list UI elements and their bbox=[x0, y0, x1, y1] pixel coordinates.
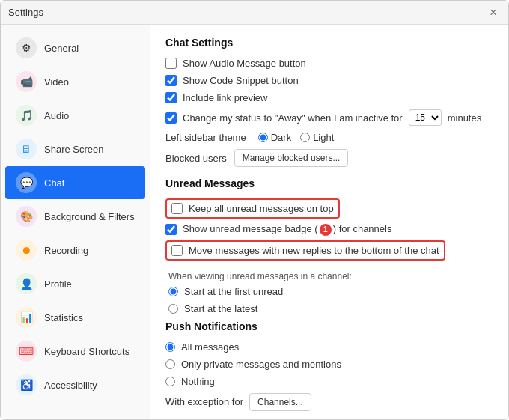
exception-row: With exception for Channels... bbox=[165, 393, 493, 411]
viewing-hint: When viewing unread messages in a channe… bbox=[168, 271, 493, 281]
start-first-radio[interactable] bbox=[168, 287, 178, 296]
keep-all-checkbox[interactable] bbox=[171, 203, 183, 214]
theme-light-label[interactable]: Light bbox=[300, 132, 334, 143]
settings-window: Settings × ⚙General📹Video🎵Audio🖥Share Sc… bbox=[0, 0, 509, 420]
background-icon: 🎨 bbox=[16, 206, 37, 227]
push-notifications-title: Push Notifications bbox=[165, 320, 493, 332]
nothing-row: Nothing bbox=[165, 376, 493, 387]
sidebar-label-chat: Chat bbox=[44, 177, 64, 189]
theme-dark-radio[interactable] bbox=[258, 133, 268, 142]
badge-icon: 1 bbox=[320, 224, 332, 236]
sidebar-label-profile: Profile bbox=[44, 279, 72, 290]
change-status-row: Change my status to "Away" when I am ina… bbox=[165, 109, 493, 126]
unread-messages-title: Unread Messages bbox=[165, 177, 493, 189]
sidebar: ⚙General📹Video🎵Audio🖥Share Screen💬Chat🎨B… bbox=[1, 25, 150, 419]
content-area: ⚙General📹Video🎵Audio🖥Share Screen💬Chat🎨B… bbox=[1, 25, 508, 419]
statistics-icon: 📊 bbox=[16, 307, 37, 328]
sidebar-item-general[interactable]: ⚙General bbox=[5, 31, 145, 64]
all-messages-radio[interactable] bbox=[165, 342, 175, 352]
chat-settings-title: Chat Settings bbox=[165, 37, 493, 49]
manage-blocked-button[interactable]: Manage blocked users... bbox=[234, 149, 349, 167]
private-only-row: Only private messages and mentions bbox=[165, 359, 493, 370]
sidebar-item-video[interactable]: 📹Video bbox=[5, 65, 145, 98]
sidebar-item-statistics[interactable]: 📊Statistics bbox=[5, 301, 145, 334]
move-messages-row: Move messages with new replies to the bo… bbox=[165, 240, 445, 261]
theme-light-radio[interactable] bbox=[300, 133, 310, 142]
sidebar-label-video: Video bbox=[44, 76, 69, 88]
theme-row: Left sidebar theme Dark Light bbox=[165, 132, 493, 143]
move-messages-label: Move messages with new replies to the bo… bbox=[189, 245, 439, 256]
channels-button[interactable]: Channels... bbox=[249, 393, 311, 411]
start-latest-label: Start at the latest bbox=[184, 303, 257, 314]
sidebar-label-general: General bbox=[44, 43, 79, 54]
change-status-label: Change my status to "Away" when I am ina… bbox=[183, 112, 403, 124]
sidebar-item-profile[interactable]: 👤Profile bbox=[5, 267, 145, 300]
sidebar-item-share-screen[interactable]: 🖥Share Screen bbox=[5, 133, 145, 165]
all-messages-label: All messages bbox=[181, 341, 239, 353]
sidebar-item-accessibility[interactable]: ♿Accessibility bbox=[5, 368, 145, 401]
recording-icon: ⏺ bbox=[16, 240, 37, 261]
show-audio-checkbox[interactable] bbox=[165, 58, 177, 69]
chat-settings-section: Chat Settings Show Audio Message button … bbox=[165, 37, 493, 167]
nothing-radio[interactable] bbox=[165, 377, 175, 386]
keyboard-icon: ⌨ bbox=[16, 341, 37, 362]
nothing-label: Nothing bbox=[181, 376, 215, 387]
show-code-label: Show Code Snippet button bbox=[183, 75, 299, 86]
theme-label: Left sidebar theme bbox=[165, 132, 246, 143]
window-title: Settings bbox=[8, 7, 43, 18]
include-link-row: Include link preview bbox=[165, 92, 493, 103]
blocked-row: Blocked users Manage blocked users... bbox=[165, 149, 493, 167]
start-first-row: Start at the first unread bbox=[168, 286, 493, 297]
sidebar-label-share-screen: Share Screen bbox=[44, 144, 104, 155]
all-messages-row: All messages bbox=[165, 341, 493, 353]
exception-label: With exception for bbox=[165, 396, 243, 407]
minutes-label: minutes bbox=[448, 112, 482, 124]
start-options: Start at the first unread Start at the l… bbox=[168, 286, 493, 314]
change-status-checkbox[interactable] bbox=[165, 112, 177, 124]
chat-icon: 💬 bbox=[16, 172, 37, 193]
blocked-label: Blocked users bbox=[165, 153, 227, 164]
show-badge-label: Show unread message badge (1) for channe… bbox=[183, 223, 391, 236]
show-code-checkbox[interactable] bbox=[165, 75, 177, 86]
sidebar-item-chat[interactable]: 💬Chat bbox=[5, 166, 145, 199]
sidebar-item-audio[interactable]: 🎵Audio bbox=[5, 99, 145, 132]
include-link-checkbox[interactable] bbox=[165, 92, 177, 103]
titlebar: Settings × bbox=[1, 1, 508, 25]
sidebar-label-background: Background & Filters bbox=[44, 211, 135, 222]
private-only-label: Only private messages and mentions bbox=[181, 359, 341, 370]
sidebar-item-recording[interactable]: ⏺Recording bbox=[5, 234, 145, 267]
start-latest-row: Start at the latest bbox=[168, 303, 493, 314]
share-screen-icon: 🖥 bbox=[16, 139, 37, 159]
audio-icon: 🎵 bbox=[16, 105, 37, 126]
show-code-row: Show Code Snippet button bbox=[165, 75, 493, 86]
inactive-minutes-select[interactable]: 15 5 10 20 30 bbox=[409, 109, 442, 126]
private-only-radio[interactable] bbox=[165, 359, 175, 369]
show-badge-row: Show unread message badge (1) for channe… bbox=[165, 223, 493, 236]
unread-messages-section: Unread Messages Keep all unread messages… bbox=[165, 177, 493, 314]
accessibility-icon: ♿ bbox=[16, 374, 37, 395]
theme-dark-label[interactable]: Dark bbox=[258, 132, 291, 143]
profile-icon: 👤 bbox=[16, 273, 37, 294]
push-notifications-section: Push Notifications All messages Only pri… bbox=[165, 320, 493, 411]
video-icon: 📹 bbox=[16, 71, 37, 92]
general-icon: ⚙ bbox=[16, 37, 37, 58]
keep-all-label: Keep all unread messages on top bbox=[189, 203, 334, 214]
theme-light-text: Light bbox=[313, 132, 334, 143]
sidebar-label-recording: Recording bbox=[44, 245, 88, 256]
main-content: Chat Settings Show Audio Message button … bbox=[150, 25, 508, 419]
show-audio-label: Show Audio Message button bbox=[183, 58, 306, 69]
sidebar-label-accessibility: Accessibility bbox=[44, 380, 97, 391]
start-latest-radio[interactable] bbox=[168, 304, 178, 314]
start-first-label: Start at the first unread bbox=[184, 286, 283, 297]
show-audio-row: Show Audio Message button bbox=[165, 58, 493, 69]
include-link-label: Include link preview bbox=[183, 92, 267, 103]
show-badge-checkbox[interactable] bbox=[165, 224, 177, 235]
sidebar-item-background[interactable]: 🎨Background & Filters bbox=[5, 200, 145, 233]
close-button[interactable]: × bbox=[486, 5, 501, 20]
sidebar-label-audio: Audio bbox=[44, 110, 69, 121]
keep-all-row: Keep all unread messages on top bbox=[165, 198, 340, 219]
move-messages-checkbox[interactable] bbox=[171, 245, 183, 256]
sidebar-label-keyboard: Keyboard Shortcuts bbox=[44, 346, 129, 357]
theme-dark-text: Dark bbox=[271, 132, 291, 143]
sidebar-item-keyboard[interactable]: ⌨Keyboard Shortcuts bbox=[5, 335, 145, 368]
